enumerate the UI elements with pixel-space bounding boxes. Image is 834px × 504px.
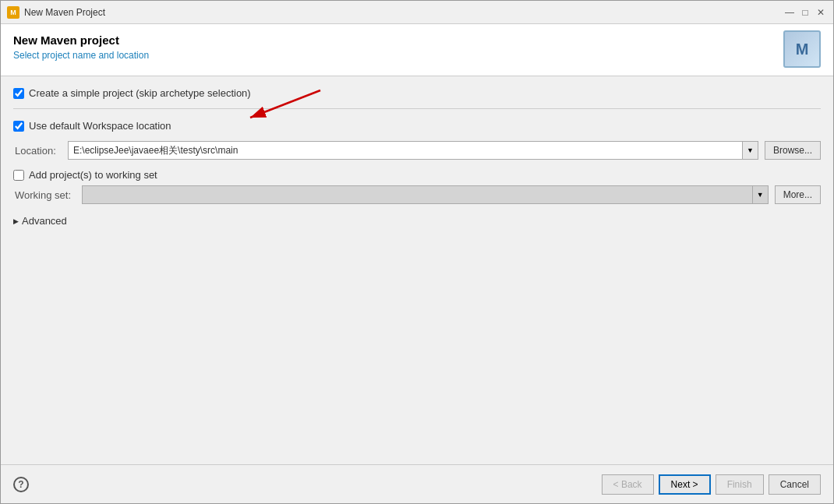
header-text: New Maven project Select project name an… (13, 33, 783, 61)
simple-project-row: Create a simple project (skip archetype … (13, 87, 821, 99)
back-button[interactable]: < Back (602, 474, 654, 495)
header-title: New Maven project (13, 33, 783, 47)
add-to-working-set-label: Add project(s) to working set (29, 169, 157, 181)
close-button[interactable]: ✕ (815, 6, 827, 19)
working-set-input[interactable] (82, 185, 753, 204)
title-bar: M New Maven Project — □ ✕ (1, 1, 833, 24)
window-controls: — □ ✕ (783, 6, 827, 19)
working-set-input-wrapper: ▼ (82, 185, 769, 204)
use-workspace-checkbox[interactable] (13, 121, 24, 132)
footer-left: ? (13, 477, 29, 492)
working-set-dropdown-arrow[interactable]: ▼ (753, 185, 769, 204)
window-title: New Maven Project (24, 7, 783, 18)
minimize-button[interactable]: — (783, 6, 796, 19)
header-section: New Maven project Select project name an… (1, 24, 833, 76)
location-input[interactable] (68, 141, 743, 160)
maximize-button[interactable]: □ (799, 6, 811, 19)
cancel-button[interactable]: Cancel (769, 474, 821, 495)
footer: ? < Back Next > Finish Cancel (1, 464, 833, 503)
main-window: M New Maven Project — □ ✕ New Maven proj… (0, 0, 834, 504)
simple-project-label: Create a simple project (skip archetype … (29, 87, 251, 99)
more-button[interactable]: More... (775, 185, 821, 204)
use-workspace-label: Use default Workspace location (29, 120, 171, 132)
use-workspace-row: Use default Workspace location (13, 120, 821, 132)
location-dropdown-arrow[interactable]: ▼ (743, 141, 758, 160)
add-to-working-set-checkbox[interactable] (13, 170, 24, 181)
content-area: Create a simple project (skip archetype … (1, 76, 833, 464)
simple-project-checkbox[interactable] (13, 88, 24, 99)
location-label: Location: (15, 145, 62, 157)
app-icon: M (7, 6, 19, 19)
working-set-label: Working set: (15, 189, 76, 201)
working-set-row: Working set: ▼ More... (13, 185, 821, 204)
location-row: Location: ▼ Browse... (13, 141, 821, 160)
help-button[interactable]: ? (13, 477, 29, 492)
advanced-triangle-icon: ▶ (13, 217, 19, 225)
finish-button[interactable]: Finish (716, 474, 764, 495)
advanced-label: Advanced (22, 215, 67, 227)
location-input-wrapper: ▼ (68, 141, 758, 160)
header-subtitle: Select project name and location (13, 50, 783, 61)
next-button[interactable]: Next > (659, 474, 711, 495)
footer-buttons: < Back Next > Finish Cancel (602, 474, 821, 495)
browse-button[interactable]: Browse... (765, 141, 821, 160)
maven-logo: M (783, 30, 821, 68)
working-set-checkbox-row: Add project(s) to working set (13, 169, 821, 181)
advanced-row[interactable]: ▶ Advanced (13, 215, 821, 227)
separator-1 (13, 108, 821, 109)
